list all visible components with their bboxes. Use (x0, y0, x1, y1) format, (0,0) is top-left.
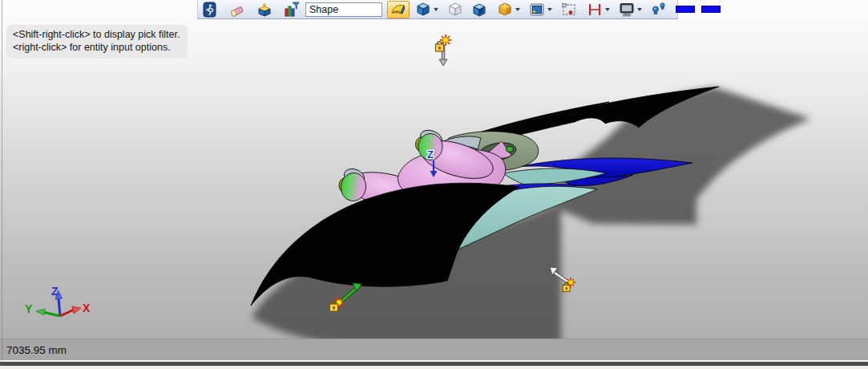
lock-icon (436, 42, 444, 51)
hint-line-1: <Shift-right-click> to display pick filt… (13, 28, 180, 41)
dropdown-arrow-icon[interactable] (605, 8, 610, 11)
lock-icon (563, 283, 570, 292)
blue-swatch-1[interactable] (676, 6, 695, 13)
window-frame-edge (0, 366, 868, 369)
dropdown-arrow-icon[interactable] (547, 8, 552, 11)
coordinate-triad: Z X Y (25, 285, 91, 316)
dimension-icon[interactable] (586, 1, 604, 18)
application-window: Z (0, 0, 868, 369)
camera-view-icon[interactable] (528, 1, 546, 18)
shape-field[interactable] (305, 2, 382, 17)
canopy-green-dot[interactable] (507, 147, 514, 152)
display-monitor-icon[interactable] (618, 1, 636, 18)
surface-mode-icon[interactable] (387, 1, 410, 18)
triad-z-label: Z (51, 285, 59, 298)
hint-line-2: <right-click> for entity input options. (13, 41, 180, 54)
light-widget-top[interactable] (436, 34, 452, 66)
solid-cube-icon[interactable] (414, 1, 432, 18)
lights-icon[interactable] (650, 1, 668, 18)
z-marker-label: Z (427, 148, 434, 160)
extrude-box-icon[interactable] (256, 1, 273, 18)
facet-cube-icon[interactable] (496, 1, 514, 18)
dropdown-arrow-icon[interactable] (637, 8, 642, 11)
blue-swatch-2[interactable] (701, 6, 721, 13)
triad-y-label: Y (25, 302, 33, 315)
hint-overlay: <Shift-right-click> to display pick filt… (6, 25, 188, 59)
triad-x-label: X (83, 302, 91, 314)
section-cube-icon[interactable] (470, 1, 488, 18)
motion-runner-icon[interactable] (201, 1, 219, 18)
selection-region-icon[interactable] (560, 1, 578, 18)
dropdown-arrow-icon[interactable] (515, 8, 520, 11)
main-toolbar (197, 0, 678, 19)
chart-filter-icon[interactable] (283, 1, 301, 18)
window-left-edge (2, 0, 2, 361)
dropdown-arrow-icon[interactable] (434, 8, 438, 11)
wireframe-cube-icon[interactable] (446, 1, 464, 18)
status-measurement: 7035.95 mm (6, 344, 67, 356)
eraser-icon[interactable] (228, 1, 246, 18)
status-bar: 7035.95 mm (0, 339, 868, 360)
